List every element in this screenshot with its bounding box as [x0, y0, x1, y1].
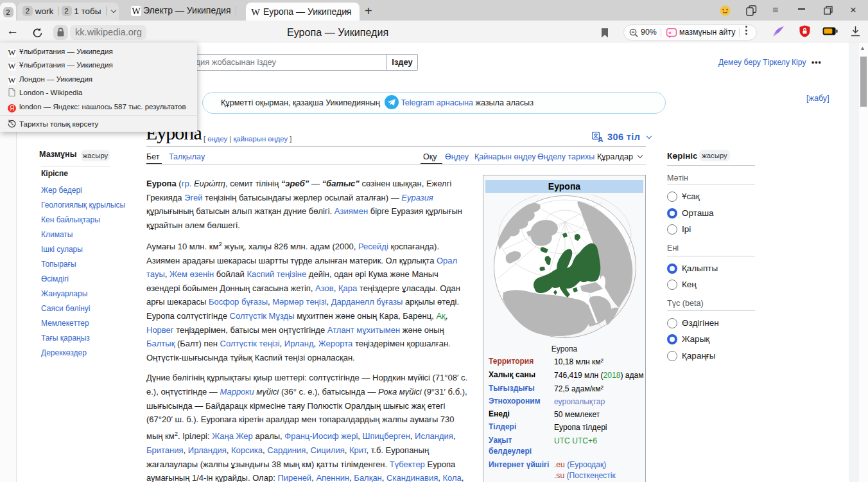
- svg-text:A: A: [598, 136, 603, 143]
- svg-text:«: «: [668, 29, 672, 35]
